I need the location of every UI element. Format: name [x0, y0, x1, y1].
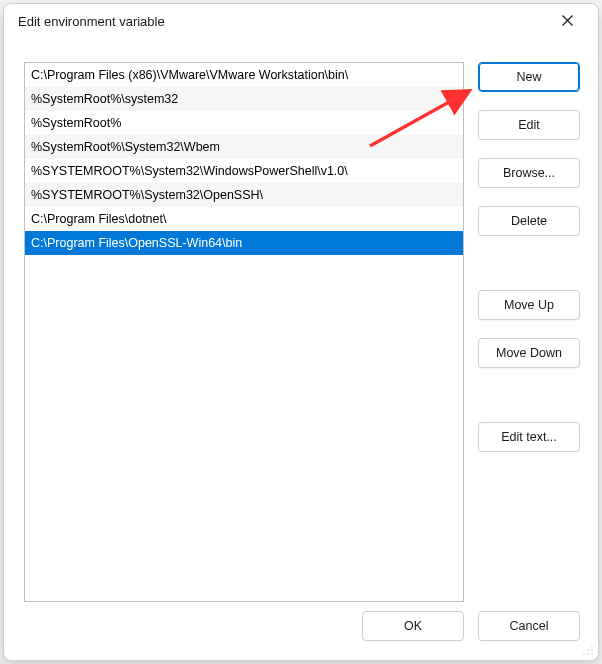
- browse-button[interactable]: Browse...: [478, 158, 580, 188]
- side-button-column: New Edit Browse... Delete Move Up Move D…: [478, 62, 580, 604]
- window-close-button[interactable]: [544, 6, 590, 36]
- move-up-button[interactable]: Move Up: [478, 290, 580, 320]
- delete-button[interactable]: Delete: [478, 206, 580, 236]
- svg-point-5: [591, 653, 593, 655]
- svg-point-4: [587, 653, 589, 655]
- dialog-footer: OK Cancel: [4, 604, 598, 660]
- resize-grip-icon[interactable]: [582, 644, 594, 656]
- svg-point-2: [591, 649, 593, 651]
- svg-point-3: [583, 653, 585, 655]
- path-entry-3[interactable]: %SystemRoot%\System32\Wbem: [25, 135, 463, 159]
- edit-text-button[interactable]: Edit text...: [478, 422, 580, 452]
- path-entry-7[interactable]: C:\Program Files\OpenSSL-Win64\bin: [25, 231, 463, 255]
- titlebar: Edit environment variable: [4, 4, 598, 38]
- dialog-title: Edit environment variable: [18, 14, 544, 29]
- cancel-button[interactable]: Cancel: [478, 611, 580, 641]
- path-entry-6[interactable]: C:\Program Files\dotnet\: [25, 207, 463, 231]
- path-entry-4[interactable]: %SYSTEMROOT%\System32\WindowsPowerShell\…: [25, 159, 463, 183]
- path-entry-0[interactable]: C:\Program Files (x86)\VMware\VMware Wor…: [25, 63, 463, 87]
- dialog-content: C:\Program Files (x86)\VMware\VMware Wor…: [4, 38, 598, 604]
- move-down-button[interactable]: Move Down: [478, 338, 580, 368]
- new-button[interactable]: New: [478, 62, 580, 92]
- svg-point-1: [587, 649, 589, 651]
- edit-button[interactable]: Edit: [478, 110, 580, 140]
- ok-button[interactable]: OK: [362, 611, 464, 641]
- path-entry-5[interactable]: %SYSTEMROOT%\System32\OpenSSH\: [25, 183, 463, 207]
- path-entry-2[interactable]: %SystemRoot%: [25, 111, 463, 135]
- path-entry-1[interactable]: %SystemRoot%\system32: [25, 87, 463, 111]
- close-icon: [562, 14, 573, 29]
- svg-point-0: [591, 645, 593, 647]
- path-listbox[interactable]: C:\Program Files (x86)\VMware\VMware Wor…: [24, 62, 464, 602]
- edit-env-var-dialog: Edit environment variable C:\Program Fil…: [3, 3, 599, 661]
